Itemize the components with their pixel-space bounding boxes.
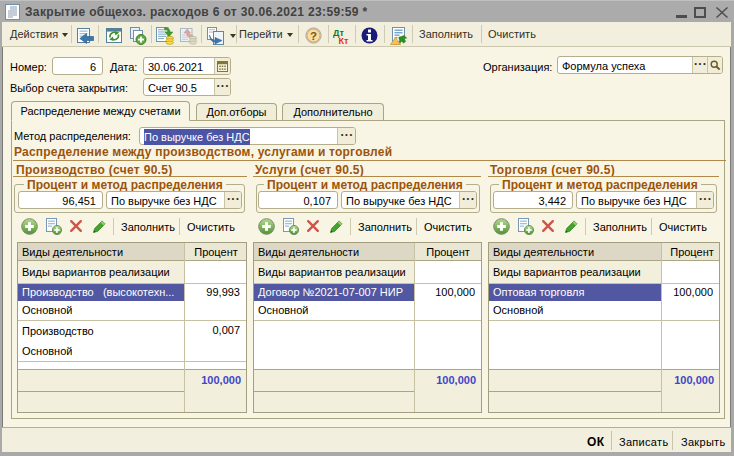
svg-text:?: ? — [310, 30, 317, 42]
svg-text:Кт: Кт — [339, 36, 349, 45]
